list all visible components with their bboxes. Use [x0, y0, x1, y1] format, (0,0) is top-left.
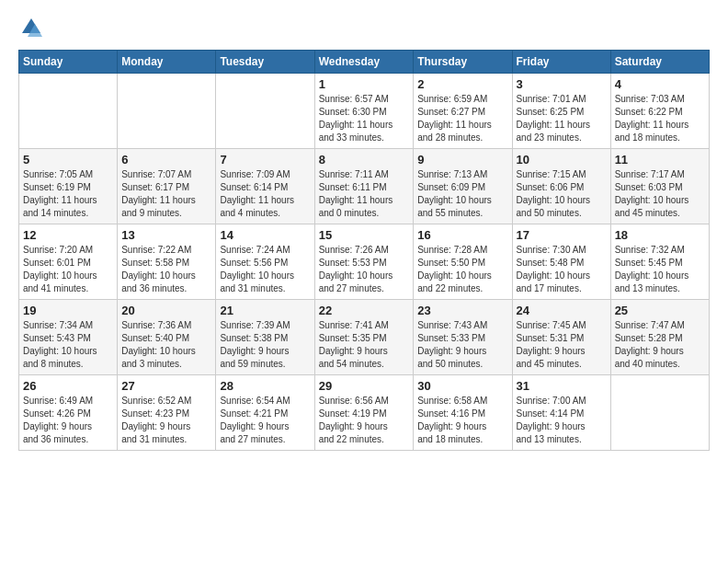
day-info: Sunrise: 6:56 AM Sunset: 4:19 PM Dayligh…: [319, 395, 410, 446]
day-number: 26: [23, 379, 113, 393]
day-info: Sunrise: 6:59 AM Sunset: 6:27 PM Dayligh…: [417, 93, 507, 144]
calendar-week-row: 19Sunrise: 7:34 AM Sunset: 5:43 PM Dayli…: [19, 300, 710, 375]
calendar-cell: 1Sunrise: 6:57 AM Sunset: 6:30 PM Daylig…: [314, 74, 414, 149]
calendar-cell: 27Sunrise: 6:52 AM Sunset: 4:23 PM Dayli…: [118, 375, 216, 451]
calendar-cell: [216, 74, 314, 149]
day-info: Sunrise: 7:28 AM Sunset: 5:50 PM Dayligh…: [417, 244, 507, 295]
day-info: Sunrise: 7:17 AM Sunset: 6:03 PM Dayligh…: [615, 168, 705, 220]
day-info: Sunrise: 7:09 AM Sunset: 6:14 PM Dayligh…: [220, 168, 310, 220]
calendar-cell: 6Sunrise: 7:07 AM Sunset: 6:17 PM Daylig…: [118, 149, 216, 224]
day-number: 8: [319, 153, 410, 167]
calendar-cell: 12Sunrise: 7:20 AM Sunset: 6:01 PM Dayli…: [19, 224, 118, 300]
day-info: Sunrise: 7:07 AM Sunset: 6:17 PM Dayligh…: [121, 168, 211, 220]
day-number: 27: [121, 379, 211, 393]
day-number: 18: [615, 228, 705, 242]
day-info: Sunrise: 7:20 AM Sunset: 6:01 PM Dayligh…: [23, 244, 113, 295]
day-info: Sunrise: 7:22 AM Sunset: 5:58 PM Dayligh…: [121, 244, 211, 295]
weekday-header-saturday: Saturday: [610, 51, 709, 74]
calendar-cell: 23Sunrise: 7:43 AM Sunset: 5:33 PM Dayli…: [414, 300, 512, 375]
calendar-week-row: 26Sunrise: 6:49 AM Sunset: 4:26 PM Dayli…: [19, 375, 710, 451]
calendar-week-row: 12Sunrise: 7:20 AM Sunset: 6:01 PM Dayli…: [19, 224, 710, 300]
calendar-cell: 21Sunrise: 7:39 AM Sunset: 5:38 PM Dayli…: [216, 300, 314, 375]
day-number: 10: [517, 153, 607, 167]
calendar-cell: 7Sunrise: 7:09 AM Sunset: 6:14 PM Daylig…: [216, 149, 314, 224]
day-number: 30: [417, 379, 507, 393]
day-info: Sunrise: 7:03 AM Sunset: 6:22 PM Dayligh…: [615, 93, 705, 144]
day-info: Sunrise: 7:45 AM Sunset: 5:31 PM Dayligh…: [517, 319, 607, 371]
day-number: 15: [319, 228, 410, 242]
day-number: 1: [319, 77, 410, 91]
calendar-cell: 28Sunrise: 6:54 AM Sunset: 4:21 PM Dayli…: [216, 375, 314, 451]
calendar-cell: 9Sunrise: 7:13 AM Sunset: 6:09 PM Daylig…: [414, 149, 512, 224]
day-info: Sunrise: 7:30 AM Sunset: 5:48 PM Dayligh…: [517, 244, 607, 295]
logo: [18, 15, 48, 40]
day-info: Sunrise: 7:41 AM Sunset: 5:35 PM Dayligh…: [319, 319, 410, 371]
day-info: Sunrise: 7:32 AM Sunset: 5:45 PM Dayligh…: [615, 244, 705, 295]
day-number: 4: [615, 77, 705, 91]
day-number: 13: [121, 228, 211, 242]
calendar-cell: 25Sunrise: 7:47 AM Sunset: 5:28 PM Dayli…: [610, 300, 709, 375]
calendar-cell: 19Sunrise: 7:34 AM Sunset: 5:43 PM Dayli…: [19, 300, 118, 375]
calendar-cell: 31Sunrise: 7:00 AM Sunset: 4:14 PM Dayli…: [512, 375, 610, 451]
day-number: 23: [417, 304, 507, 317]
day-info: Sunrise: 6:52 AM Sunset: 4:23 PM Dayligh…: [121, 395, 211, 446]
weekday-header-sunday: Sunday: [19, 51, 118, 74]
day-info: Sunrise: 6:54 AM Sunset: 4:21 PM Dayligh…: [220, 395, 310, 446]
day-number: 24: [517, 304, 607, 317]
day-info: Sunrise: 7:13 AM Sunset: 6:09 PM Dayligh…: [417, 168, 507, 220]
day-number: 17: [517, 228, 607, 242]
calendar-cell: 4Sunrise: 7:03 AM Sunset: 6:22 PM Daylig…: [610, 74, 709, 149]
calendar-week-row: 1Sunrise: 6:57 AM Sunset: 6:30 PM Daylig…: [19, 74, 710, 149]
calendar-cell: 14Sunrise: 7:24 AM Sunset: 5:56 PM Dayli…: [216, 224, 314, 300]
day-number: 11: [615, 153, 705, 167]
day-number: 19: [23, 304, 113, 317]
day-number: 16: [417, 228, 507, 242]
day-number: 14: [220, 228, 310, 242]
calendar-cell: 26Sunrise: 6:49 AM Sunset: 4:26 PM Dayli…: [19, 375, 118, 451]
day-number: 21: [220, 304, 310, 317]
day-number: 2: [417, 77, 507, 91]
calendar-cell: 24Sunrise: 7:45 AM Sunset: 5:31 PM Dayli…: [512, 300, 610, 375]
weekday-header-wednesday: Wednesday: [314, 51, 414, 74]
day-number: 25: [615, 304, 705, 317]
calendar-cell: 5Sunrise: 7:05 AM Sunset: 6:19 PM Daylig…: [19, 149, 118, 224]
day-info: Sunrise: 7:43 AM Sunset: 5:33 PM Dayligh…: [417, 319, 507, 371]
calendar-cell: 3Sunrise: 7:01 AM Sunset: 6:25 PM Daylig…: [512, 74, 610, 149]
day-info: Sunrise: 7:24 AM Sunset: 5:56 PM Dayligh…: [220, 244, 310, 295]
weekday-header-monday: Monday: [118, 51, 216, 74]
day-info: Sunrise: 7:11 AM Sunset: 6:11 PM Dayligh…: [319, 168, 410, 220]
day-number: 6: [121, 153, 211, 167]
day-info: Sunrise: 7:47 AM Sunset: 5:28 PM Dayligh…: [615, 319, 705, 371]
page: SundayMondayTuesdayWednesdayThursdayFrid…: [0, 0, 728, 465]
day-number: 29: [319, 379, 410, 393]
day-info: Sunrise: 6:49 AM Sunset: 4:26 PM Dayligh…: [23, 395, 113, 446]
day-info: Sunrise: 7:39 AM Sunset: 5:38 PM Dayligh…: [220, 319, 310, 371]
day-number: 22: [319, 304, 410, 317]
day-info: Sunrise: 7:34 AM Sunset: 5:43 PM Dayligh…: [23, 319, 113, 371]
calendar-cell: 20Sunrise: 7:36 AM Sunset: 5:40 PM Dayli…: [118, 300, 216, 375]
calendar-cell: 2Sunrise: 6:59 AM Sunset: 6:27 PM Daylig…: [414, 74, 512, 149]
day-number: 28: [220, 379, 310, 393]
day-info: Sunrise: 7:00 AM Sunset: 4:14 PM Dayligh…: [517, 395, 607, 446]
calendar-cell: 13Sunrise: 7:22 AM Sunset: 5:58 PM Dayli…: [118, 224, 216, 300]
day-info: Sunrise: 6:57 AM Sunset: 6:30 PM Dayligh…: [319, 93, 410, 144]
day-info: Sunrise: 7:05 AM Sunset: 6:19 PM Dayligh…: [23, 168, 113, 220]
day-info: Sunrise: 7:26 AM Sunset: 5:53 PM Dayligh…: [319, 244, 410, 295]
calendar-cell: 8Sunrise: 7:11 AM Sunset: 6:11 PM Daylig…: [314, 149, 414, 224]
calendar-header-row: SundayMondayTuesdayWednesdayThursdayFrid…: [19, 51, 710, 74]
calendar-cell: [610, 375, 709, 451]
day-info: Sunrise: 6:58 AM Sunset: 4:16 PM Dayligh…: [417, 395, 507, 446]
calendar-cell: 18Sunrise: 7:32 AM Sunset: 5:45 PM Dayli…: [610, 224, 709, 300]
day-number: 12: [23, 228, 113, 242]
header: [18, 15, 710, 40]
day-info: Sunrise: 7:15 AM Sunset: 6:06 PM Dayligh…: [517, 168, 607, 220]
calendar-table: SundayMondayTuesdayWednesdayThursdayFrid…: [18, 50, 710, 451]
calendar-cell: 11Sunrise: 7:17 AM Sunset: 6:03 PM Dayli…: [610, 149, 709, 224]
day-number: 3: [517, 77, 607, 91]
calendar-cell: 16Sunrise: 7:28 AM Sunset: 5:50 PM Dayli…: [414, 224, 512, 300]
day-number: 20: [121, 304, 211, 317]
day-number: 9: [417, 153, 507, 167]
day-number: 5: [23, 153, 113, 167]
calendar-cell: 29Sunrise: 6:56 AM Sunset: 4:19 PM Dayli…: [314, 375, 414, 451]
calendar-cell: 17Sunrise: 7:30 AM Sunset: 5:48 PM Dayli…: [512, 224, 610, 300]
